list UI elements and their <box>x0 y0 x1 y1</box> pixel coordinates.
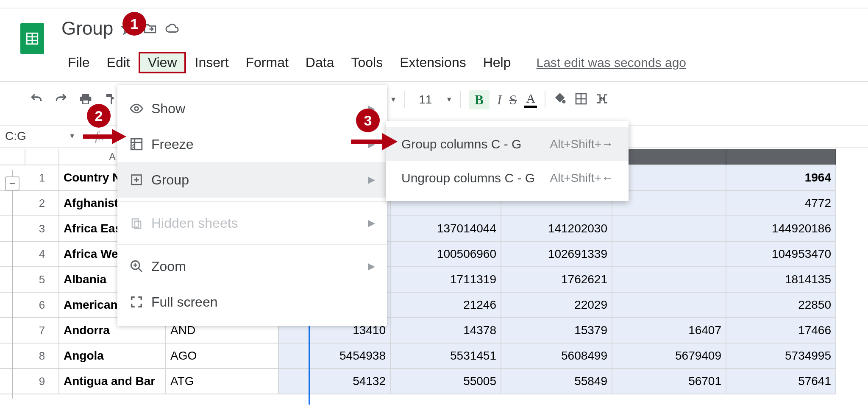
print-icon[interactable] <box>79 92 92 107</box>
menu-view[interactable]: View <box>139 52 186 73</box>
cell-f[interactable]: 56701 <box>612 369 726 394</box>
select-all-corner[interactable] <box>25 149 59 165</box>
cell-d[interactable]: 14378 <box>391 318 501 344</box>
cell-f[interactable]: 16407 <box>612 318 726 344</box>
cell-g[interactable]: 5734995 <box>726 344 836 369</box>
last-edit-link[interactable]: Last edit was seconds ago <box>537 56 687 70</box>
cell-e[interactable]: 5608499 <box>501 344 612 369</box>
menu-edit[interactable]: Edit <box>98 52 139 73</box>
fill-color-icon[interactable] <box>553 92 567 107</box>
cell-country[interactable]: Angola <box>59 344 166 369</box>
menu-tools[interactable]: Tools <box>342 52 391 73</box>
cell-g[interactable]: 57641 <box>726 369 836 394</box>
cell-f[interactable]: 5679409 <box>612 344 726 369</box>
doc-title[interactable]: Group <box>61 18 113 39</box>
row-number[interactable]: 4 <box>25 242 59 267</box>
menu-format[interactable]: Format <box>237 52 297 73</box>
font-size-input[interactable]: 11 <box>413 93 438 106</box>
column-header-g[interactable] <box>726 149 836 165</box>
cell-g[interactable]: 104953470 <box>726 242 836 267</box>
submenu-group-columns[interactable]: Group columns C - G Alt+Shift+→ <box>386 127 629 161</box>
svg-marker-26 <box>382 133 398 150</box>
borders-icon[interactable] <box>574 92 588 107</box>
cell-d[interactable]: 100506960 <box>391 242 501 267</box>
cell-e[interactable]: 141202030 <box>501 216 612 242</box>
row-number[interactable]: 5 <box>25 267 59 293</box>
column-header-f[interactable] <box>612 149 726 165</box>
cell-d[interactable]: 137014044 <box>391 216 501 242</box>
cell-e[interactable]: 55849 <box>501 369 612 394</box>
cell-f[interactable] <box>612 191 726 216</box>
name-box-value: C:G <box>5 129 26 143</box>
cell-g[interactable]: 1814135 <box>726 267 836 293</box>
name-box[interactable]: C:G ▼ <box>0 129 85 143</box>
cell-f[interactable] <box>612 165 726 191</box>
table-row: 8AngolaAGO545493855314515608499567940957… <box>0 344 868 369</box>
text-color-button[interactable]: A <box>524 91 537 108</box>
cell-f[interactable] <box>612 293 726 318</box>
merge-cells-icon[interactable] <box>595 92 609 107</box>
row-number[interactable]: 1 <box>25 165 59 191</box>
submenu-arrow-icon: ▶ <box>368 174 375 185</box>
cell-d[interactable]: 55005 <box>391 369 501 394</box>
cell-code[interactable]: AGO <box>166 344 279 369</box>
menu-fullscreen-label: Full screen <box>151 294 218 310</box>
submenu-arrow-icon: ▶ <box>368 261 375 272</box>
cell-g[interactable]: 144920186 <box>726 216 836 242</box>
menu-freeze[interactable]: Freeze ▶ <box>117 126 387 162</box>
submenu-group-label: Group columns C - G <box>401 137 521 151</box>
bold-button[interactable]: B <box>469 90 490 109</box>
cell-c[interactable]: 5454938 <box>279 344 391 369</box>
cell-country[interactable]: Antigua and Bar <box>59 369 166 394</box>
menu-zoom[interactable]: Zoom ▶ <box>117 249 387 284</box>
menu-file[interactable]: File <box>59 52 98 73</box>
font-size-dropdown-icon[interactable]: ▼ <box>446 96 453 103</box>
italic-button[interactable]: I <box>497 92 502 108</box>
strikethrough-button[interactable]: S <box>509 92 517 108</box>
cell-e[interactable]: 102691339 <box>501 242 612 267</box>
svg-point-6 <box>563 101 565 103</box>
row-number[interactable]: 3 <box>25 216 59 242</box>
cell-e[interactable]: 15379 <box>501 318 612 344</box>
cell-d[interactable]: 21246 <box>391 293 501 318</box>
svg-point-10 <box>135 107 139 111</box>
undo-icon[interactable] <box>30 92 43 107</box>
menu-show[interactable]: Show ▶ <box>117 91 387 126</box>
zoom-dropdown-icon[interactable]: ▼ <box>390 96 397 103</box>
cell-c[interactable]: 54132 <box>279 369 391 394</box>
submenu-group-shortcut: Alt+Shift+→ <box>550 137 613 151</box>
menu-help[interactable]: Help <box>475 52 520 73</box>
cell-e[interactable]: 1762621 <box>501 267 612 293</box>
sheets-logo-icon[interactable] <box>20 23 44 54</box>
menu-fullscreen[interactable]: Full screen <box>117 284 387 320</box>
row-number[interactable]: 7 <box>25 318 59 344</box>
cell-e[interactable]: 22029 <box>501 293 612 318</box>
menu-data[interactable]: Data <box>297 52 343 73</box>
submenu-ungroup-columns[interactable]: Ungroup columns C - G Alt+Shift+← <box>386 161 629 195</box>
cell-d[interactable]: 5531451 <box>391 344 501 369</box>
freeze-icon <box>129 137 151 151</box>
name-box-dropdown-icon[interactable]: ▼ <box>69 132 75 140</box>
cell-code[interactable]: ATG <box>166 369 279 394</box>
row-number[interactable]: 8 <box>25 344 59 369</box>
cell-g[interactable]: 22850 <box>726 293 836 318</box>
redo-icon[interactable] <box>54 92 68 107</box>
cell-f[interactable] <box>612 267 726 293</box>
menu-group[interactable]: Group ▶ <box>117 162 387 198</box>
submenu-ungroup-shortcut: Alt+Shift+← <box>550 171 613 185</box>
cell-g[interactable]: 1964 <box>726 165 836 191</box>
row-number[interactable]: 6 <box>25 293 59 318</box>
cloud-status-icon[interactable] <box>165 21 179 36</box>
row-number[interactable]: 9 <box>25 369 59 394</box>
chrome-divider <box>0 8 868 8</box>
cell-g[interactable]: 4772 <box>726 191 836 216</box>
group-collapse-button[interactable]: − <box>5 176 19 191</box>
paint-format-icon[interactable] <box>103 92 117 107</box>
menu-insert[interactable]: Insert <box>186 52 237 73</box>
cell-f[interactable] <box>612 216 726 242</box>
cell-d[interactable]: 1711319 <box>391 267 501 293</box>
menu-extensions[interactable]: Extensions <box>391 52 475 73</box>
cell-f[interactable] <box>612 242 726 267</box>
row-number[interactable]: 2 <box>25 191 59 216</box>
cell-g[interactable]: 17466 <box>726 318 836 344</box>
